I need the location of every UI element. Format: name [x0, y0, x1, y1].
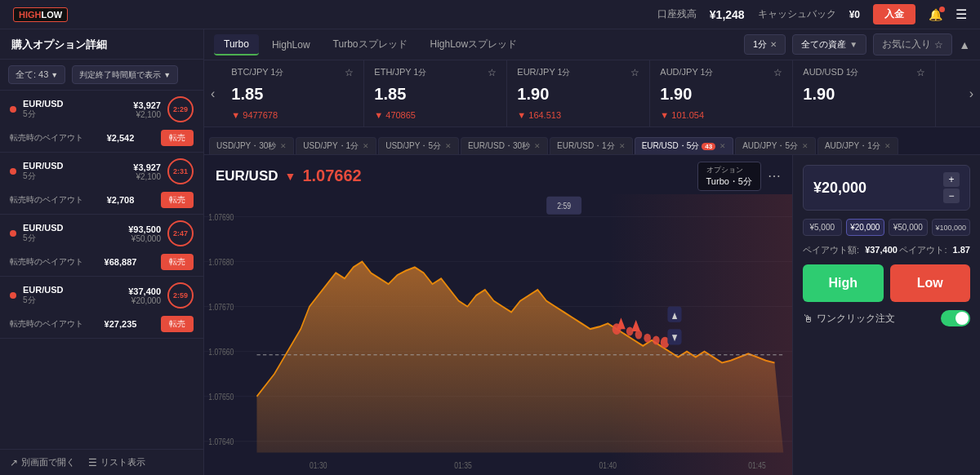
- card-pair: ETH/JPY 1分: [374, 67, 426, 78]
- tab-eurusd-1m[interactable]: EUR/USD・1分 ✕: [550, 137, 633, 154]
- resell-button-4[interactable]: 転売: [161, 316, 194, 332]
- chart-price-arrow: ▼: [285, 170, 296, 183]
- card-star-icon[interactable]: ☆: [488, 67, 497, 78]
- trade-amount-2: ¥2,100: [133, 110, 161, 119]
- balance-label: 口座残高: [657, 7, 697, 21]
- preset-5000-button[interactable]: ¥5,000: [803, 219, 842, 236]
- amount-display: ¥20,000: [813, 180, 866, 197]
- svg-text:▲: ▲: [670, 309, 679, 322]
- market-next-button[interactable]: ›: [963, 60, 980, 127]
- menu-button[interactable]: ☰: [956, 7, 967, 22]
- high-button[interactable]: High: [803, 264, 884, 302]
- payout-amount: ¥2,542: [107, 133, 135, 143]
- preset-20000-button[interactable]: ¥20,000: [846, 219, 885, 236]
- tab-turbo-spread[interactable]: Turboスプレッド: [323, 33, 417, 55]
- trade-timeframe: 5分: [23, 109, 64, 120]
- payout-info: ペイアウト額: ¥37,400 ペイアウト: 1.87: [803, 244, 970, 256]
- balance-value: ¥1,248: [710, 8, 745, 21]
- resell-button-1[interactable]: 転売: [161, 130, 194, 146]
- low-button[interactable]: Low: [890, 264, 971, 302]
- trade-pair: EUR/USD: [23, 285, 64, 295]
- trade-amount-1: ¥93,500: [128, 224, 161, 234]
- svg-text:01:35: 01:35: [454, 460, 472, 470]
- x-icon[interactable]: ✕: [363, 142, 369, 150]
- payout-label: 転売時のペイアウト: [10, 318, 83, 330]
- logo-high: HIGH: [19, 10, 42, 20]
- tab-eurusd-5m-active[interactable]: EUR/USD・5分 43 ✕: [635, 137, 733, 154]
- payout-rate-label: ペイアウト:: [899, 245, 947, 255]
- tab-highlow-spread[interactable]: HighLowスプレッド: [421, 33, 528, 55]
- one-click-icon: 🖱: [803, 313, 813, 325]
- x-icon[interactable]: ✕: [445, 142, 452, 150]
- x-icon[interactable]: ✕: [534, 142, 541, 150]
- status-dot: [10, 168, 16, 175]
- topbar: HIGHLOW 口座残高 ¥1,248 キャッシュバック ¥0 入金 🔔 ☰: [0, 0, 980, 29]
- card-star-icon[interactable]: ☆: [916, 67, 925, 78]
- notification-button[interactable]: 🔔: [929, 8, 942, 21]
- market-card-btcjpy[interactable]: BTC/JPY 1分 ☆ 1.85 ▼ 9477678: [221, 60, 364, 127]
- market-card-audusd[interactable]: AUD/USD 1分 ☆ 1.90: [793, 60, 936, 127]
- market-card-audjpy[interactable]: AUD/JPY 1分 ☆ 1.90 ▼ 101.054: [650, 60, 793, 127]
- amount-input-row: ¥20,000 + −: [803, 165, 970, 211]
- favorites-button[interactable]: お気に入り ☆: [873, 33, 952, 55]
- card-star-icon[interactable]: ☆: [630, 67, 639, 78]
- amount-increase-button[interactable]: +: [943, 172, 960, 187]
- chart-header: EUR/USD ▼ 1.07662 オプション Turbo・5分 ⋯: [204, 155, 792, 194]
- svg-point-25: [653, 335, 660, 344]
- sort-button[interactable]: 判定終了時間順で表示 ▼: [72, 65, 178, 84]
- svg-text:1.07650: 1.07650: [208, 392, 234, 402]
- cashback-value: ¥0: [849, 9, 860, 20]
- trade-pair: EUR/USD: [23, 161, 64, 171]
- card-pair: BTC/JPY 1分: [231, 67, 283, 78]
- svg-text:01:40: 01:40: [599, 460, 617, 470]
- deposit-button[interactable]: 入金: [873, 4, 915, 24]
- market-card-ethjpy[interactable]: ETH/JPY 1分 ☆ 1.85 ▼ 470865: [364, 60, 507, 127]
- chart-more-button[interactable]: ⋯: [768, 168, 781, 184]
- tab-usdjpy-1m[interactable]: USD/JPY・1分 ✕: [296, 137, 376, 154]
- instrument-tabs: Turbo HighLow Turboスプレッド HighLowスプレッド 1分…: [204, 29, 980, 60]
- notification-badge: [939, 7, 945, 12]
- resell-button-2[interactable]: 転売: [161, 192, 194, 208]
- x-icon[interactable]: ✕: [280, 142, 287, 150]
- tab-highlow[interactable]: HighLow: [262, 35, 320, 55]
- trade-payout-row-4: 転売時のペイアウト ¥27,235 転売: [0, 314, 203, 338]
- preset-100000-button[interactable]: ¥100,000: [932, 219, 971, 236]
- tab-audjpy-1m[interactable]: AUD/JPY・1分 ✕: [817, 137, 898, 154]
- payout-label: 転売時のペイアウト: [10, 194, 83, 206]
- logo-low: LOW: [42, 10, 63, 20]
- asset-filter-button[interactable]: 全ての資産 ▼: [792, 34, 866, 55]
- table-row: EUR/USD 5分 ¥3,927 ¥2,100 2:31: [0, 153, 203, 190]
- tab-audjpy-5m[interactable]: AUD/JPY・5分 ✕: [735, 137, 816, 154]
- trade-timeframe: 5分: [23, 233, 64, 244]
- market-card-eurjpy[interactable]: EUR/JPY 1分 ☆ 1.90 ▼ 164.513: [507, 60, 650, 127]
- x-icon[interactable]: ✕: [719, 142, 726, 150]
- open-new-window-link[interactable]: ↗ 別画面で開く: [10, 456, 75, 468]
- filter-all-button[interactable]: 全て: 43 ▼: [8, 65, 65, 84]
- x-icon[interactable]: ✕: [884, 142, 891, 150]
- chart-options-label: オプション Turbo・5分: [697, 162, 761, 191]
- list-view-link[interactable]: ☰ リスト表示: [88, 456, 145, 468]
- tab-usdjpy-30s[interactable]: USD/JPY・30秒 ✕: [209, 137, 294, 154]
- sidebar-controls: 全て: 43 ▼ 判定終了時間順で表示 ▼: [0, 60, 203, 91]
- x-icon[interactable]: ✕: [619, 142, 626, 150]
- payout-amount-label: ペイアウト額:: [803, 245, 859, 255]
- star-icon: ☆: [934, 39, 943, 51]
- card-star-icon[interactable]: ☆: [773, 67, 782, 78]
- logo: HIGHLOW: [13, 7, 68, 22]
- collapse-button[interactable]: ▲: [959, 38, 970, 51]
- main-content: Turbo HighLow Turboスプレッド HighLowスプレッド 1分…: [204, 29, 980, 475]
- external-link-icon: ↗: [10, 457, 18, 468]
- time-filter-button[interactable]: 1分 ✕: [744, 34, 786, 55]
- tab-turbo[interactable]: Turbo: [214, 34, 259, 55]
- market-prev-button[interactable]: ‹: [204, 60, 221, 127]
- preset-50000-button[interactable]: ¥50,000: [889, 219, 928, 236]
- amount-decrease-button[interactable]: −: [943, 189, 960, 203]
- tab-eurusd-30s[interactable]: EUR/USD・30秒 ✕: [461, 137, 548, 154]
- table-row: EUR/USD 5分 ¥3,927 ¥2,100 2:29: [0, 91, 203, 128]
- tab-usdjpy-5m[interactable]: USD/JPY・5分 ✕: [378, 137, 459, 154]
- resell-button-3[interactable]: 転売: [161, 254, 194, 270]
- svg-point-23: [635, 330, 643, 339]
- x-icon[interactable]: ✕: [802, 142, 808, 150]
- card-star-icon[interactable]: ☆: [345, 67, 354, 78]
- one-click-toggle[interactable]: [941, 310, 970, 326]
